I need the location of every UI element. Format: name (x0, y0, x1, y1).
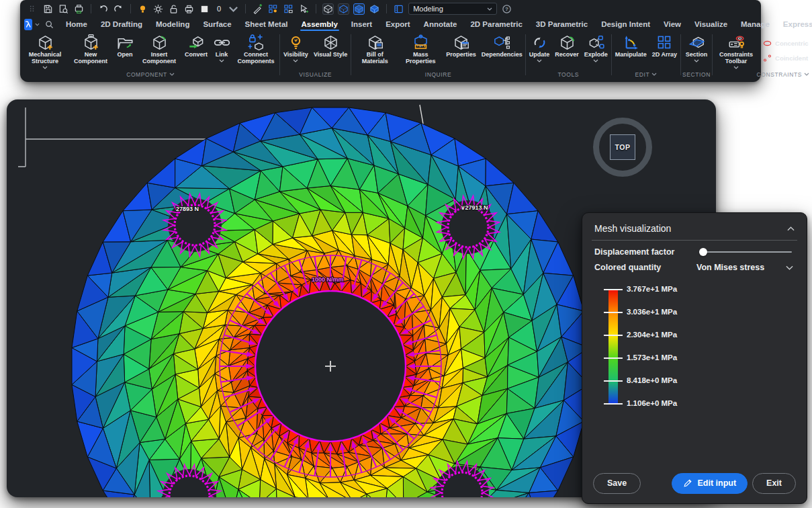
visual-style-button[interactable]: Visual Style (312, 32, 349, 58)
group-separator (611, 34, 612, 75)
update-button[interactable]: Update (527, 32, 552, 63)
tab-annotate[interactable]: Annotate (417, 19, 464, 30)
ribbon-group-section: SectionSECTION (682, 32, 711, 79)
dropdown-chevron-icon[interactable] (537, 59, 542, 63)
dropdown-chevron-icon[interactable] (694, 59, 699, 63)
dependencies-button[interactable]: Dependencies (480, 32, 524, 58)
qat-customize-chevron-icon[interactable] (228, 3, 239, 15)
dropdown-chevron-icon[interactable] (219, 59, 224, 63)
view-hidden-icon[interactable] (338, 3, 349, 15)
group-chevron-icon[interactable] (651, 73, 657, 76)
concentric-button[interactable]: Concentric (762, 38, 809, 48)
group-chevron-icon[interactable] (804, 73, 809, 76)
newcomp-icon (82, 34, 99, 51)
manipulate-button[interactable]: Manipulate (613, 32, 649, 58)
tab-export[interactable]: Export (379, 19, 416, 30)
link-button[interactable]: Link (211, 32, 232, 63)
properties-button[interactable]: Properties (444, 32, 478, 58)
viewcube-top-face[interactable]: TOP (610, 134, 635, 160)
tab-design-intent[interactable]: Design Intent (594, 19, 657, 30)
concentric-icon (762, 38, 772, 48)
displacement-factor-slider[interactable] (699, 247, 792, 257)
bill-of-materials-button[interactable]: Bill of Materials (353, 32, 397, 65)
unlock-icon[interactable] (168, 3, 179, 15)
search-icon[interactable] (45, 20, 54, 29)
coincident-button[interactable]: Coincident (762, 53, 809, 63)
workspace-dropdown[interactable]: Modeling (408, 3, 497, 15)
props-icon (453, 34, 470, 51)
legend-tick (604, 380, 623, 382)
separator (316, 4, 316, 13)
new-component-button[interactable]: New Component (69, 32, 113, 65)
drawing-tabs-icon[interactable] (393, 3, 404, 15)
recover-button[interactable]: Recover (553, 32, 581, 58)
tab-home[interactable]: Home (59, 19, 94, 30)
tab-sheet-metal[interactable]: Sheet Metal (238, 19, 295, 30)
preview-icon[interactable] (58, 3, 69, 15)
grip-icon[interactable] (27, 3, 38, 15)
tab-modeling[interactable]: Modeling (149, 19, 196, 30)
help-icon[interactable]: ? (501, 3, 512, 15)
tab-insert[interactable]: Insert (345, 19, 379, 30)
tab-manage[interactable]: Manage (734, 19, 776, 30)
tab-assembly[interactable]: Assembly (295, 19, 345, 30)
undo-icon[interactable] (97, 3, 109, 15)
grid-bulb-icon[interactable] (267, 3, 279, 15)
displacement-factor-label: Displacement factor (594, 247, 674, 257)
legend-tick (604, 335, 623, 336)
dropdown-chevron-icon[interactable] (593, 59, 598, 63)
swatch-icon[interactable] (199, 3, 210, 15)
dropdown-chevron-icon[interactable] (786, 265, 793, 270)
colored-quantity-label: Colored quantity (594, 263, 661, 272)
dropdown-chevron-icon[interactable] (293, 59, 298, 63)
open-button[interactable]: Open (114, 32, 136, 58)
colored-quantity-dropdown[interactable]: Von Mises stress (696, 263, 764, 272)
logo-menu-chevron-icon[interactable] (35, 23, 40, 26)
2d-array-button[interactable]: 2D Array (650, 32, 679, 58)
tab-visualize[interactable]: Visualize (688, 19, 734, 30)
edit-input-button[interactable]: Edit input (672, 473, 748, 494)
tab-view[interactable]: View (657, 19, 688, 30)
tab-expresstools[interactable]: ExpressTools (776, 19, 812, 30)
grid-lock-icon[interactable] (283, 3, 294, 15)
insert-component-button[interactable]: Insert Component (137, 32, 181, 65)
wand-icon[interactable] (252, 3, 263, 15)
bricscad-logo[interactable] (24, 19, 32, 30)
legend-tick (604, 289, 623, 290)
view-shaded-icon[interactable] (353, 3, 365, 15)
convert-button[interactable]: Convert (183, 32, 210, 58)
slider-thumb[interactable] (699, 248, 707, 256)
section-icon (688, 34, 705, 51)
view-navigation-widget[interactable]: TOP (593, 118, 652, 177)
connect-components-button[interactable]: Connect Components (234, 32, 278, 65)
cursor-icon[interactable] (298, 3, 310, 15)
group-chevron-icon[interactable] (169, 73, 175, 76)
view-wire-icon[interactable] (322, 3, 334, 15)
current-layer-value[interactable]: 0 (214, 5, 224, 13)
export-icon[interactable] (73, 3, 85, 15)
save-icon[interactable] (42, 3, 54, 15)
redo-icon[interactable] (113, 3, 124, 15)
tab-3d-parametric[interactable]: 3D Parametric (529, 19, 594, 30)
sun-icon[interactable] (152, 3, 164, 15)
save-button[interactable]: Save (593, 473, 641, 494)
tab-2d-parametric[interactable]: 2D Parametric (463, 19, 529, 30)
bulb-icon[interactable] (137, 3, 148, 15)
collapse-chevron-icon[interactable] (787, 226, 795, 231)
mass-properties-button[interactable]: Mass Properties (398, 32, 443, 65)
printer-icon[interactable] (183, 3, 195, 15)
separator (130, 4, 131, 13)
exit-button[interactable]: Exit (752, 473, 796, 494)
constraints-toolbar-button[interactable]: Constraints Toolbar (714, 32, 758, 70)
tab-surface[interactable]: Surface (196, 19, 238, 30)
deps-icon (493, 34, 510, 51)
slider-track[interactable] (699, 251, 792, 253)
explode-button[interactable]: Explode (582, 32, 610, 63)
visibility-button[interactable]: Visibility (281, 32, 310, 63)
section-button[interactable]: Section (684, 32, 710, 63)
tab-2d-drafting[interactable]: 2D Drafting (94, 19, 149, 30)
ribbon-group-tools: UpdateRecoverExplodeTOOLS (527, 32, 610, 79)
mechanical-structure-button[interactable]: Mechanical Structure (23, 32, 67, 70)
view-realistic-icon[interactable] (369, 3, 380, 15)
group-separator (680, 34, 681, 75)
